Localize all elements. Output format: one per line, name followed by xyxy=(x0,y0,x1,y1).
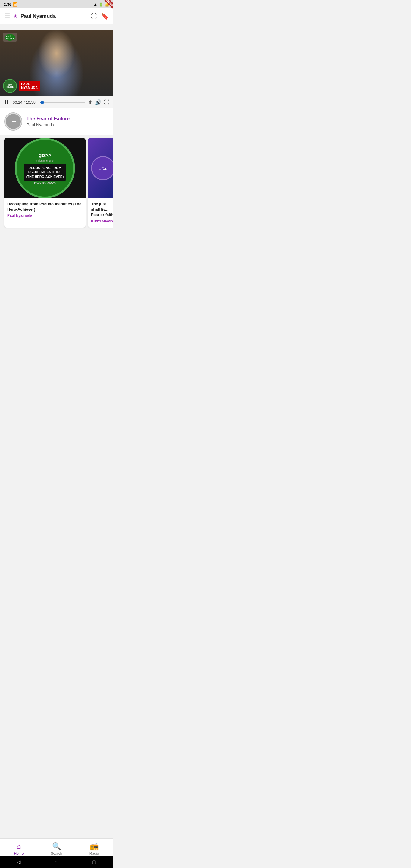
star-icon: ★ xyxy=(13,13,18,19)
card-1-thumb: go>> christian church DECOUPLING FROMPSE… xyxy=(4,138,86,198)
nav-left: ☰ ★ Paul Nyamuda xyxy=(4,12,56,20)
card-1-info: Decoupling from Pseudo-Identities (The H… xyxy=(4,198,86,222)
go-badge-circle: go>>church xyxy=(3,79,17,93)
card-1[interactable]: go>> christian church DECOUPLING FROMPSE… xyxy=(4,138,86,227)
video-container: go>>church go>>church PAULNYAMUDA ⏸ 00:1… xyxy=(0,30,113,108)
share-icon[interactable]: ⬆ xyxy=(88,99,93,106)
battery-icon: 🔋 xyxy=(98,2,103,7)
fullscreen-icon[interactable]: ⛶ xyxy=(104,99,109,105)
paul-name-badge: PAULNYAMUDA xyxy=(19,81,40,91)
card-2[interactable]: gochurch The just shall liv...Fear or fa… xyxy=(88,138,113,227)
go-logo-small: go>>church xyxy=(5,34,15,41)
time-display: 2:36 xyxy=(4,2,11,7)
spacer xyxy=(0,24,113,30)
cards-section: go>> christian church DECOUPLING FROMPSE… xyxy=(0,135,113,230)
page-title: Paul Nyamuda xyxy=(21,13,56,19)
np-thumbnail: CHRI xyxy=(4,113,22,130)
status-bar: 2:36 📶 ▲ 🔋 🔔 DEBUG xyxy=(0,0,113,8)
control-icons: ⬆ 🔊 ⛶ xyxy=(88,99,109,106)
top-nav: ☰ ★ Paul Nyamuda ⛶ 🔖 xyxy=(0,8,113,24)
np-text: The Fear of Failure Paul Nyamuda xyxy=(27,116,70,127)
wifi-icon: ▲ xyxy=(93,2,97,7)
card-1-circle: go>> christian church DECOUPLING FROMPSE… xyxy=(15,138,75,198)
video-logo-top: go>>church xyxy=(3,33,17,41)
progress-thumb xyxy=(40,101,44,104)
card-2-circle: gochurch xyxy=(91,156,113,180)
card-2-author: Kudzi Mawire xyxy=(91,219,113,223)
card-2-thumb: gochurch xyxy=(88,138,113,198)
video-lower-badge: go>>church PAULNYAMUDA xyxy=(3,79,40,93)
signal-icon: 📶 xyxy=(13,2,18,7)
bookmark-icon[interactable]: 🔖 xyxy=(101,13,109,20)
menu-icon[interactable]: ☰ xyxy=(4,12,10,20)
expand-icon[interactable]: ⛶ xyxy=(91,13,97,20)
status-left: 2:36 📶 xyxy=(4,2,18,7)
np-title: The Fear of Failure xyxy=(27,116,70,121)
bottom-padding xyxy=(0,230,113,264)
nav-right: ⛶ 🔖 xyxy=(91,13,109,20)
video-controls: ⏸ 00:14 / 10:58 ⬆ 🔊 ⛶ xyxy=(0,96,113,108)
time-display-bar: 00:14 / 10:58 xyxy=(13,100,38,104)
card-2-title: The just shall liv...Fear or faith xyxy=(91,201,113,218)
video-thumb[interactable]: go>>church go>>church PAULNYAMUDA xyxy=(0,30,113,96)
now-playing: CHRI The Fear of Failure Paul Nyamuda xyxy=(0,108,113,135)
card-1-paul-label: PAUL NYAMUDA xyxy=(34,181,56,184)
card-1-decouple-title: DECOUPLING FROMPSEUDO-IDENTITIES(THE HER… xyxy=(24,164,66,181)
volume-icon[interactable]: 🔊 xyxy=(95,99,101,106)
np-thumb-inner: CHRI xyxy=(6,114,21,129)
card-1-title: Decoupling from Pseudo-Identities (The H… xyxy=(7,201,83,212)
pause-button[interactable]: ⏸ xyxy=(4,99,10,106)
np-artist: Paul Nyamuda xyxy=(27,122,70,127)
card-1-church-label: christian church xyxy=(35,159,54,162)
card-1-author: Paul Nyamuda xyxy=(7,213,83,218)
card-2-info: The just shall liv...Fear or faith Kudzi… xyxy=(88,198,113,227)
progress-bar[interactable] xyxy=(41,102,85,103)
card-1-go-label: go>> xyxy=(38,152,51,158)
